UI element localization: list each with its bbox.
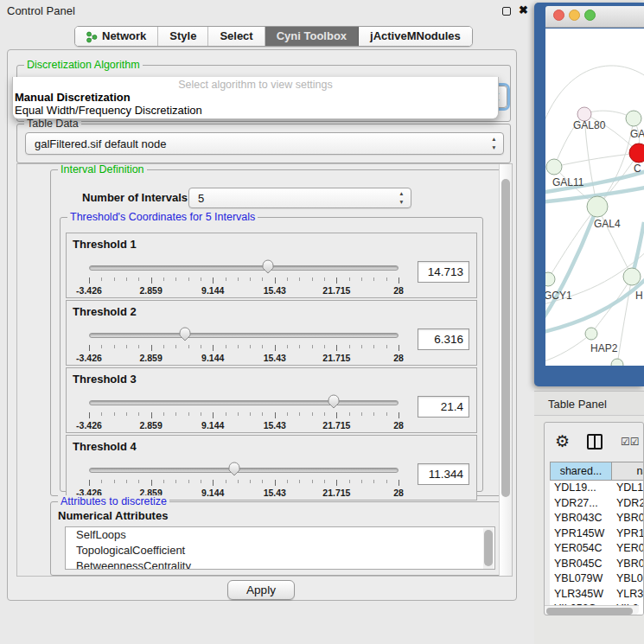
- slider-tick: [101, 345, 102, 348]
- attribute-item-selfloops[interactable]: SelfLoops: [66, 527, 494, 543]
- threshold-title: Threshold 1: [73, 238, 137, 251]
- slider-tick: [188, 480, 189, 483]
- minimize-traffic-light-icon[interactable]: [569, 10, 580, 21]
- slider-tick: [287, 345, 288, 348]
- table-row[interactable]: YDR27...YDR2: [550, 496, 644, 512]
- slider-tick: [324, 480, 325, 483]
- network-node-h[interactable]: [623, 268, 641, 285]
- network-node-c[interactable]: [629, 143, 644, 163]
- slider-tick: [361, 412, 362, 416]
- list-scrollbar-thumb[interactable]: [484, 530, 493, 566]
- columns-icon[interactable]: [587, 434, 603, 450]
- tab-label: Cyni Toolbox: [277, 27, 347, 46]
- slider-tick-label: 9.144: [201, 420, 224, 430]
- combo-stepper-icon: ▴▾: [398, 189, 405, 207]
- threshold-value-input[interactable]: 6.316: [418, 328, 469, 350]
- network-window[interactable]: GAL80GACGAL11GAL4GCY1HHAP2: [534, 3, 644, 386]
- slider-tick-label: 21.715: [322, 488, 350, 498]
- attribute-item-topologicalcoefficient[interactable]: TopologicalCoefficient: [66, 543, 494, 558]
- threshold-value-input[interactable]: 14.713: [418, 261, 469, 283]
- tab-style[interactable]: Style: [158, 27, 208, 46]
- slider-tick: [188, 277, 189, 281]
- panel-scrollbar[interactable]: [499, 164, 512, 576]
- network-node-gcy1[interactable]: [545, 272, 555, 286]
- slider-tick: [312, 345, 313, 348]
- slider-tick: [213, 277, 214, 284]
- threshold-slider-track[interactable]: [89, 468, 399, 473]
- numerical-attributes-list[interactable]: SelfLoopsTopologicalCoefficientBetweenne…: [65, 526, 495, 570]
- apply-button[interactable]: Apply: [227, 580, 295, 600]
- attribute-items: SelfLoopsTopologicalCoefficientBetweenne…: [66, 527, 494, 570]
- tab-select[interactable]: Select: [208, 27, 265, 46]
- tab-jactivemnodules[interactable]: jActiveMNodules: [359, 27, 472, 46]
- slider-tick: [114, 412, 115, 416]
- table-horizontal-scrollbar[interactable]: [545, 605, 639, 615]
- table-cell: YLR3: [612, 587, 644, 603]
- table-cell: YBR0: [612, 511, 644, 526]
- table-row[interactable]: YPR145WYPR1: [550, 526, 644, 542]
- attribute-item-betweennesscentrality[interactable]: BetweennessCentrality: [66, 558, 494, 570]
- tab-network[interactable]: Network: [75, 27, 158, 46]
- slider-tick: [324, 277, 325, 281]
- num-intervals-label: Number of Intervals: [82, 191, 188, 204]
- network-canvas[interactable]: GAL80GACGAL11GAL4GCY1HHAP2: [545, 29, 644, 366]
- slider-tick: [163, 277, 164, 281]
- network-node-ga[interactable]: [626, 111, 641, 126]
- network-node[interactable]: [611, 359, 623, 366]
- slider-tick: [201, 345, 201, 348]
- slider-tick: [151, 412, 152, 418]
- table-panel-title: Table Panel: [548, 398, 607, 411]
- table-cell: YPR1: [612, 526, 644, 542]
- table-row[interactable]: YER054CYER0: [550, 541, 644, 557]
- dropdown-item-equal-width-frequency-discretization[interactable]: Equal Width/Frequency Discretization: [13, 104, 498, 117]
- table-row[interactable]: YLR345WYLR3: [550, 587, 644, 603]
- threshold-slider-thumb[interactable]: [178, 326, 192, 342]
- table-row[interactable]: YBR043CYBR0: [550, 511, 644, 526]
- dropdown-item-manual-discretization[interactable]: Manual Discretization: [13, 91, 498, 104]
- table-row[interactable]: YBR045CYBR0: [550, 557, 644, 572]
- table-column-header-shared-[interactable]: shared...: [550, 462, 612, 481]
- zoom-traffic-light-icon[interactable]: [584, 10, 596, 21]
- threshold-slider-thumb[interactable]: [227, 461, 241, 477]
- tab-cyni-toolbox[interactable]: Cyni Toolbox: [265, 27, 359, 46]
- list-scrollbar[interactable]: [483, 528, 494, 570]
- threshold-slider-track[interactable]: [89, 333, 399, 338]
- table-data-select[interactable]: galFiltered.sif default node ▴▾: [25, 132, 504, 155]
- slider-tick-label: 21.715: [322, 420, 350, 430]
- table-hscrollbar-thumb[interactable]: [546, 608, 633, 615]
- table-column-header-na[interactable]: na: [612, 462, 644, 481]
- control-panel: Control Panel ✖ NetworkStyleSelectCyni T…: [0, 0, 534, 644]
- network-window-titlebar[interactable]: [545, 6, 644, 28]
- slider-tick: [361, 480, 362, 483]
- float-window-icon[interactable]: [502, 7, 511, 16]
- close-traffic-light-icon[interactable]: [553, 10, 564, 21]
- network-node-hap2[interactable]: [585, 328, 597, 340]
- table-cell: YBL079W: [550, 571, 612, 587]
- threshold-slider-track[interactable]: [89, 265, 399, 271]
- slider-tick-label: 9.144: [201, 353, 224, 363]
- slider-tick: [250, 412, 251, 416]
- panel-scrollbar-thumb[interactable]: [501, 179, 510, 497]
- checkbox-filter-icon[interactable]: ☑☑: [621, 436, 640, 448]
- slider-tick: [175, 412, 176, 416]
- slider-tick: [275, 412, 276, 418]
- num-intervals-select[interactable]: 5 ▴▾: [188, 188, 411, 208]
- slider-tick: [213, 480, 214, 486]
- close-panel-icon[interactable]: ✖: [519, 3, 528, 16]
- threshold-value-input[interactable]: 21.4: [418, 396, 469, 418]
- threshold-value-input[interactable]: 11.344: [418, 463, 469, 485]
- slider-tick: [175, 345, 176, 348]
- slider-tick: [163, 480, 164, 483]
- network-node-gal4[interactable]: [587, 196, 608, 217]
- gear-icon[interactable]: ⚙: [555, 433, 570, 450]
- dropdown-prompt: Select algorithm to view settings: [13, 77, 498, 91]
- threshold-slider-track[interactable]: [89, 400, 399, 405]
- table-row[interactable]: YBL079WYBL0: [550, 571, 644, 587]
- threshold-slider-thumb[interactable]: [261, 258, 275, 275]
- slider-tick: [238, 412, 239, 416]
- table-row[interactable]: YDL19...YDL1: [550, 481, 644, 496]
- threshold-slider-thumb[interactable]: [327, 393, 341, 410]
- slider-tick: [399, 480, 399, 486]
- network-node-gal11[interactable]: [546, 159, 562, 175]
- slider-tick: [151, 345, 152, 351]
